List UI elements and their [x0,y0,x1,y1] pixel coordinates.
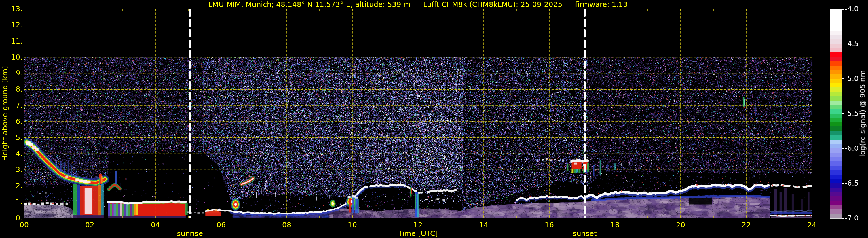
sunset-label: sunset [573,229,597,238]
colorbar-segment [830,148,841,153]
y-tick-label: 1. [1,198,23,206]
y-tick-label: 2. [1,181,23,190]
y-tick-label: 10. [1,53,23,62]
colorbar-segment [830,27,841,31]
colorbar-segment [830,214,841,218]
colorbar-segment [830,122,841,126]
y-tick-label: 3. [1,166,23,174]
title-station: LMU-MIM, Munich; 48.148° N 11.573° E, al… [209,0,410,9]
x-tick-label: 14 [472,221,495,229]
colorbar-segment [830,39,841,44]
colorbar-segment [830,96,841,100]
colorbar-segment [830,144,841,148]
colorbar-segment [830,166,841,170]
colorbar-segment [830,48,841,53]
colorbar-segment [830,44,841,48]
colorbar-segment [830,18,841,22]
x-tick-label: 18 [603,221,626,229]
colorbar-segment [830,35,841,39]
colorbar-tick-label: -7.0 [845,214,859,222]
y-tick-label: 6. [1,117,23,126]
colorbar-tick-label: -5.0 [845,75,859,83]
colorbar-segment [830,9,841,13]
colorbar-segment [830,170,841,175]
colorbar-title: log(rc-signal) @ 905 nm [859,70,867,157]
ceilometer-quicklook-figure: LMU-MIM, Munich; 48.148° N 11.573° E, al… [0,0,868,238]
plot-title: LMU-MIM, Munich; 48.148° N 11.573° E, al… [209,0,628,9]
colorbar-segment [830,75,841,79]
colorbar-segment [830,13,841,18]
colorbar-segment [830,66,841,70]
colorbar-tick-label: -4.5 [845,39,859,48]
y-tick-label: 12. [1,21,23,29]
y-tick-label: 8. [1,85,23,94]
x-tick-label: 04 [144,221,167,229]
colorbar-segment [830,87,841,92]
colorbar-segment [830,118,841,122]
x-tick-label: 22 [735,221,758,229]
colorbar [830,9,841,219]
y-tick-label: 0. [1,214,23,222]
colorbar-segment [830,187,841,192]
colorbar-segment [830,114,841,118]
x-tick-label: 20 [669,221,692,229]
x-tick-label: 24 [800,221,824,229]
colorbar-tick-label: -6.0 [845,144,859,153]
colorbar-segment [830,109,841,114]
y-tick-label: 13. [1,5,23,13]
backscatter-heatmap [0,0,868,238]
y-axis-title: Height above ground [km] [1,66,9,161]
colorbar-segment [830,205,841,209]
colorbar-segment [830,157,841,161]
colorbar-tick-label: -5.5 [845,109,859,118]
colorbar-segment [830,161,841,166]
x-tick-label: 02 [78,221,101,229]
colorbar-segment [830,105,841,109]
x-tick-label: 08 [275,221,298,229]
y-tick-label: 5. [1,133,23,142]
colorbar-tick-mark [841,183,844,184]
y-tick-label: 11. [1,37,23,46]
colorbar-segment [830,83,841,87]
colorbar-segment [830,183,841,187]
x-axis-title: Time [UTC] [398,229,438,238]
colorbar-tick-mark [841,9,844,9]
colorbar-segment [830,22,841,26]
y-tick-label: 4. [1,150,23,158]
colorbar-segment [830,196,841,201]
colorbar-segment [830,153,841,157]
colorbar-segment [830,57,841,61]
title-instrument: Lufft CHM8k (CHM8kLMU): 25-09-2025 [423,0,562,9]
colorbar-segment [830,140,841,144]
colorbar-tick-mark [841,43,844,44]
colorbar-segment [830,209,841,214]
colorbar-tick-mark [841,148,844,149]
colorbar-tick-label: -6.5 [845,179,859,187]
x-tick-label: 12 [406,221,430,229]
colorbar-tick-mark [841,218,844,219]
colorbar-segment [830,79,841,83]
colorbar-segment [830,192,841,196]
colorbar-segment [830,126,841,131]
colorbar-tick-mark [841,113,844,114]
x-tick-label: 06 [210,221,232,229]
x-tick-label: 16 [538,221,561,229]
colorbar-segment [830,179,841,183]
y-tick-label: 9. [1,69,23,78]
y-tick-label: 7. [1,101,23,110]
colorbar-segment [830,201,841,205]
colorbar-tick-label: -4.0 [845,5,859,13]
colorbar-segment [830,70,841,75]
colorbar-segment [830,175,841,179]
colorbar-segment [830,61,841,66]
colorbar-segment [830,131,841,136]
colorbar-segment [830,100,841,105]
colorbar-segment [830,136,841,140]
x-tick-label: 10 [341,221,364,229]
colorbar-segment [830,53,841,57]
sunrise-label: sunrise [177,229,203,238]
colorbar-segment [830,31,841,35]
colorbar-segment [830,92,841,96]
colorbar-tick-mark [841,78,844,79]
title-firmware: firmware: 1.13 [575,0,628,9]
